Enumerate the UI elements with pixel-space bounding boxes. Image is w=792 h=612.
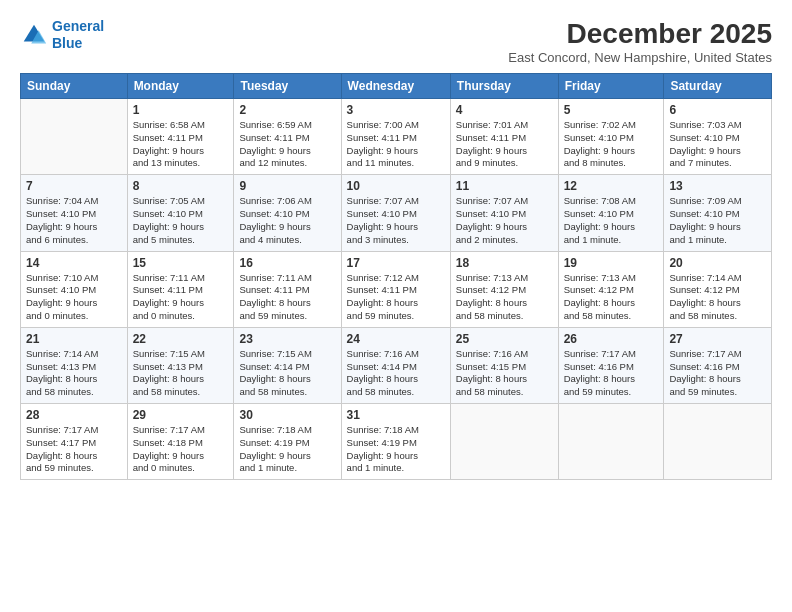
day-number: 5 xyxy=(564,103,659,117)
day-info: Sunrise: 7:16 AM Sunset: 4:14 PM Dayligh… xyxy=(347,348,445,399)
day-info: Sunrise: 7:14 AM Sunset: 4:12 PM Dayligh… xyxy=(669,272,766,323)
calendar-cell: 9Sunrise: 7:06 AM Sunset: 4:10 PM Daylig… xyxy=(234,175,341,251)
day-number: 19 xyxy=(564,256,659,270)
page: General Blue December 2025 East Concord,… xyxy=(0,0,792,612)
day-number: 2 xyxy=(239,103,335,117)
logo-line2: Blue xyxy=(52,35,82,51)
day-number: 31 xyxy=(347,408,445,422)
calendar-cell: 20Sunrise: 7:14 AM Sunset: 4:12 PM Dayli… xyxy=(664,251,772,327)
calendar-cell: 27Sunrise: 7:17 AM Sunset: 4:16 PM Dayli… xyxy=(664,327,772,403)
day-number: 20 xyxy=(669,256,766,270)
day-info: Sunrise: 7:11 AM Sunset: 4:11 PM Dayligh… xyxy=(239,272,335,323)
calendar-cell: 3Sunrise: 7:00 AM Sunset: 4:11 PM Daylig… xyxy=(341,99,450,175)
day-info: Sunrise: 7:15 AM Sunset: 4:14 PM Dayligh… xyxy=(239,348,335,399)
day-info: Sunrise: 7:11 AM Sunset: 4:11 PM Dayligh… xyxy=(133,272,229,323)
calendar-cell: 24Sunrise: 7:16 AM Sunset: 4:14 PM Dayli… xyxy=(341,327,450,403)
calendar-cell xyxy=(558,404,664,480)
day-number: 16 xyxy=(239,256,335,270)
header-day-sunday: Sunday xyxy=(21,74,128,99)
calendar-cell: 21Sunrise: 7:14 AM Sunset: 4:13 PM Dayli… xyxy=(21,327,128,403)
title-block: December 2025 East Concord, New Hampshir… xyxy=(508,18,772,65)
day-info: Sunrise: 7:04 AM Sunset: 4:10 PM Dayligh… xyxy=(26,195,122,246)
calendar-cell: 10Sunrise: 7:07 AM Sunset: 4:10 PM Dayli… xyxy=(341,175,450,251)
calendar-cell: 29Sunrise: 7:17 AM Sunset: 4:18 PM Dayli… xyxy=(127,404,234,480)
header-day-thursday: Thursday xyxy=(450,74,558,99)
day-info: Sunrise: 7:06 AM Sunset: 4:10 PM Dayligh… xyxy=(239,195,335,246)
day-number: 30 xyxy=(239,408,335,422)
day-number: 7 xyxy=(26,179,122,193)
calendar-cell: 1Sunrise: 6:58 AM Sunset: 4:11 PM Daylig… xyxy=(127,99,234,175)
day-info: Sunrise: 7:10 AM Sunset: 4:10 PM Dayligh… xyxy=(26,272,122,323)
day-number: 6 xyxy=(669,103,766,117)
calendar-cell: 16Sunrise: 7:11 AM Sunset: 4:11 PM Dayli… xyxy=(234,251,341,327)
day-number: 13 xyxy=(669,179,766,193)
day-number: 23 xyxy=(239,332,335,346)
day-number: 17 xyxy=(347,256,445,270)
calendar-cell xyxy=(21,99,128,175)
logo-text: General Blue xyxy=(52,18,104,52)
week-row-4: 28Sunrise: 7:17 AM Sunset: 4:17 PM Dayli… xyxy=(21,404,772,480)
day-number: 18 xyxy=(456,256,553,270)
header-row: SundayMondayTuesdayWednesdayThursdayFrid… xyxy=(21,74,772,99)
header-day-tuesday: Tuesday xyxy=(234,74,341,99)
day-number: 10 xyxy=(347,179,445,193)
calendar-header: SundayMondayTuesdayWednesdayThursdayFrid… xyxy=(21,74,772,99)
day-number: 15 xyxy=(133,256,229,270)
calendar-cell: 15Sunrise: 7:11 AM Sunset: 4:11 PM Dayli… xyxy=(127,251,234,327)
calendar-cell: 18Sunrise: 7:13 AM Sunset: 4:12 PM Dayli… xyxy=(450,251,558,327)
day-number: 27 xyxy=(669,332,766,346)
calendar-cell: 7Sunrise: 7:04 AM Sunset: 4:10 PM Daylig… xyxy=(21,175,128,251)
calendar-cell: 12Sunrise: 7:08 AM Sunset: 4:10 PM Dayli… xyxy=(558,175,664,251)
day-number: 22 xyxy=(133,332,229,346)
day-info: Sunrise: 7:07 AM Sunset: 4:10 PM Dayligh… xyxy=(347,195,445,246)
calendar-cell: 5Sunrise: 7:02 AM Sunset: 4:10 PM Daylig… xyxy=(558,99,664,175)
calendar-cell xyxy=(450,404,558,480)
day-info: Sunrise: 7:02 AM Sunset: 4:10 PM Dayligh… xyxy=(564,119,659,170)
day-number: 1 xyxy=(133,103,229,117)
day-info: Sunrise: 7:17 AM Sunset: 4:16 PM Dayligh… xyxy=(669,348,766,399)
week-row-1: 7Sunrise: 7:04 AM Sunset: 4:10 PM Daylig… xyxy=(21,175,772,251)
day-number: 8 xyxy=(133,179,229,193)
calendar-cell: 11Sunrise: 7:07 AM Sunset: 4:10 PM Dayli… xyxy=(450,175,558,251)
logo-icon xyxy=(20,21,48,49)
day-info: Sunrise: 7:13 AM Sunset: 4:12 PM Dayligh… xyxy=(456,272,553,323)
day-info: Sunrise: 7:00 AM Sunset: 4:11 PM Dayligh… xyxy=(347,119,445,170)
day-info: Sunrise: 7:07 AM Sunset: 4:10 PM Dayligh… xyxy=(456,195,553,246)
day-info: Sunrise: 6:59 AM Sunset: 4:11 PM Dayligh… xyxy=(239,119,335,170)
calendar-cell: 23Sunrise: 7:15 AM Sunset: 4:14 PM Dayli… xyxy=(234,327,341,403)
calendar-body: 1Sunrise: 6:58 AM Sunset: 4:11 PM Daylig… xyxy=(21,99,772,480)
calendar-cell: 28Sunrise: 7:17 AM Sunset: 4:17 PM Dayli… xyxy=(21,404,128,480)
day-number: 28 xyxy=(26,408,122,422)
day-number: 26 xyxy=(564,332,659,346)
calendar-cell: 4Sunrise: 7:01 AM Sunset: 4:11 PM Daylig… xyxy=(450,99,558,175)
day-number: 9 xyxy=(239,179,335,193)
day-info: Sunrise: 7:17 AM Sunset: 4:18 PM Dayligh… xyxy=(133,424,229,475)
calendar-cell: 26Sunrise: 7:17 AM Sunset: 4:16 PM Dayli… xyxy=(558,327,664,403)
header-day-friday: Friday xyxy=(558,74,664,99)
calendar-cell: 30Sunrise: 7:18 AM Sunset: 4:19 PM Dayli… xyxy=(234,404,341,480)
header: General Blue December 2025 East Concord,… xyxy=(20,18,772,65)
logo-line1: General xyxy=(52,18,104,34)
calendar-cell: 22Sunrise: 7:15 AM Sunset: 4:13 PM Dayli… xyxy=(127,327,234,403)
header-day-saturday: Saturday xyxy=(664,74,772,99)
day-info: Sunrise: 7:15 AM Sunset: 4:13 PM Dayligh… xyxy=(133,348,229,399)
day-info: Sunrise: 7:01 AM Sunset: 4:11 PM Dayligh… xyxy=(456,119,553,170)
week-row-3: 21Sunrise: 7:14 AM Sunset: 4:13 PM Dayli… xyxy=(21,327,772,403)
day-info: Sunrise: 7:12 AM Sunset: 4:11 PM Dayligh… xyxy=(347,272,445,323)
day-info: Sunrise: 7:09 AM Sunset: 4:10 PM Dayligh… xyxy=(669,195,766,246)
calendar-cell: 31Sunrise: 7:18 AM Sunset: 4:19 PM Dayli… xyxy=(341,404,450,480)
week-row-2: 14Sunrise: 7:10 AM Sunset: 4:10 PM Dayli… xyxy=(21,251,772,327)
header-day-wednesday: Wednesday xyxy=(341,74,450,99)
calendar-cell: 8Sunrise: 7:05 AM Sunset: 4:10 PM Daylig… xyxy=(127,175,234,251)
day-info: Sunrise: 7:03 AM Sunset: 4:10 PM Dayligh… xyxy=(669,119,766,170)
day-info: Sunrise: 7:14 AM Sunset: 4:13 PM Dayligh… xyxy=(26,348,122,399)
header-day-monday: Monday xyxy=(127,74,234,99)
calendar-cell: 17Sunrise: 7:12 AM Sunset: 4:11 PM Dayli… xyxy=(341,251,450,327)
subtitle: East Concord, New Hampshire, United Stat… xyxy=(508,50,772,65)
day-number: 12 xyxy=(564,179,659,193)
day-number: 21 xyxy=(26,332,122,346)
calendar-cell: 25Sunrise: 7:16 AM Sunset: 4:15 PM Dayli… xyxy=(450,327,558,403)
calendar-cell: 13Sunrise: 7:09 AM Sunset: 4:10 PM Dayli… xyxy=(664,175,772,251)
day-info: Sunrise: 7:08 AM Sunset: 4:10 PM Dayligh… xyxy=(564,195,659,246)
day-info: Sunrise: 7:17 AM Sunset: 4:16 PM Dayligh… xyxy=(564,348,659,399)
